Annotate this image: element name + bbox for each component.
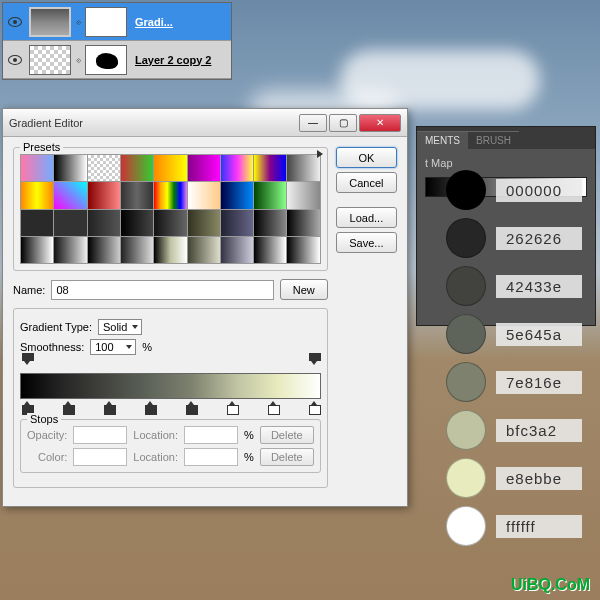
- cancel-button[interactable]: Cancel: [336, 172, 397, 193]
- preset-swatch[interactable]: [88, 237, 120, 263]
- preset-swatch[interactable]: [154, 237, 186, 263]
- hex-label: 262626: [496, 227, 582, 250]
- gradient-bar[interactable]: [20, 373, 321, 399]
- tab-adjustments[interactable]: MENTS: [417, 131, 468, 149]
- presets-fieldset: Presets: [13, 147, 328, 271]
- color-stop[interactable]: [22, 401, 32, 413]
- delete-color-stop-button[interactable]: Delete: [260, 448, 314, 466]
- preset-swatch[interactable]: [121, 237, 153, 263]
- smoothness-input[interactable]: 100: [90, 339, 136, 355]
- color-stop[interactable]: [63, 401, 73, 413]
- color-swatch: [446, 314, 486, 354]
- color-item: 7e816e: [446, 362, 582, 402]
- color-item: 5e645a: [446, 314, 582, 354]
- opacity-stop[interactable]: [309, 355, 319, 365]
- color-item: ffffff: [446, 506, 582, 546]
- color-input[interactable]: [73, 448, 127, 466]
- layer-thumbnail[interactable]: [29, 7, 71, 37]
- percent-label: %: [244, 429, 254, 441]
- color-stop[interactable]: [227, 401, 237, 413]
- layer-name[interactable]: Gradi...: [135, 16, 173, 28]
- gradient-type-select[interactable]: Solid: [98, 319, 142, 335]
- preset-swatch[interactable]: [254, 182, 286, 208]
- color-label: Color:: [27, 451, 67, 463]
- preset-swatch[interactable]: [254, 155, 286, 181]
- preset-swatch[interactable]: [188, 210, 220, 236]
- preset-swatch[interactable]: [21, 237, 53, 263]
- preset-swatch[interactable]: [188, 237, 220, 263]
- preset-swatch[interactable]: [287, 210, 319, 236]
- preset-swatch[interactable]: [54, 210, 86, 236]
- preset-swatch[interactable]: [21, 182, 53, 208]
- layer-thumbnail[interactable]: [29, 45, 71, 75]
- layer-mask-thumbnail[interactable]: [85, 45, 127, 75]
- preset-swatch[interactable]: [221, 182, 253, 208]
- window-titlebar[interactable]: Gradient Editor — ▢ ✕: [3, 109, 407, 137]
- preset-swatch[interactable]: [287, 237, 319, 263]
- preset-swatch[interactable]: [54, 237, 86, 263]
- preset-swatch[interactable]: [88, 210, 120, 236]
- preset-swatch[interactable]: [221, 155, 253, 181]
- preset-swatch[interactable]: [188, 155, 220, 181]
- color-stop[interactable]: [309, 401, 319, 413]
- preset-swatch[interactable]: [254, 210, 286, 236]
- stops-label: Stops: [27, 413, 61, 425]
- load-button[interactable]: Load...: [336, 207, 397, 228]
- preset-swatch[interactable]: [221, 210, 253, 236]
- opacity-label: Opacity:: [27, 429, 67, 441]
- color-stop[interactable]: [104, 401, 114, 413]
- new-button[interactable]: New: [280, 279, 328, 300]
- color-swatch: [446, 506, 486, 546]
- preset-swatch[interactable]: [287, 155, 319, 181]
- hex-label: 42433e: [496, 275, 582, 298]
- hex-label: e8ebbe: [496, 467, 582, 490]
- name-input[interactable]: [51, 280, 273, 300]
- layer-row-gradient-map[interactable]: ⟐ Gradi...: [3, 3, 231, 41]
- window-title: Gradient Editor: [9, 117, 297, 129]
- preset-swatch[interactable]: [254, 237, 286, 263]
- opacity-stop[interactable]: [22, 355, 32, 365]
- preset-swatch[interactable]: [21, 210, 53, 236]
- preset-swatch[interactable]: [154, 155, 186, 181]
- preset-swatch[interactable]: [54, 182, 86, 208]
- ok-button[interactable]: OK: [336, 147, 397, 168]
- preset-swatch[interactable]: [88, 182, 120, 208]
- color-swatch: [446, 458, 486, 498]
- color-stop[interactable]: [268, 401, 278, 413]
- color-stop[interactable]: [145, 401, 155, 413]
- color-stop[interactable]: [186, 401, 196, 413]
- tab-brush[interactable]: BRUSH: [468, 131, 519, 149]
- preset-swatch[interactable]: [154, 210, 186, 236]
- preset-swatch[interactable]: [54, 155, 86, 181]
- preset-swatch[interactable]: [88, 155, 120, 181]
- layer-row-copy[interactable]: ⟐ Layer 2 copy 2: [3, 41, 231, 79]
- percent-label: %: [244, 451, 254, 463]
- visibility-icon[interactable]: [8, 17, 22, 27]
- preset-swatch[interactable]: [154, 182, 186, 208]
- maximize-button[interactable]: ▢: [329, 114, 357, 132]
- preset-swatch[interactable]: [21, 155, 53, 181]
- color-item: 000000: [446, 170, 582, 210]
- minimize-button[interactable]: —: [299, 114, 327, 132]
- adjustment-heading: t Map: [425, 157, 587, 169]
- visibility-icon[interactable]: [8, 55, 22, 65]
- layer-name[interactable]: Layer 2 copy 2: [135, 54, 211, 66]
- preset-swatch[interactable]: [121, 155, 153, 181]
- close-button[interactable]: ✕: [359, 114, 401, 132]
- color-swatch-list: 00000026262642433e5e645a7e816ebfc3a2e8eb…: [446, 170, 582, 546]
- location-input[interactable]: [184, 448, 238, 466]
- hex-label: bfc3a2: [496, 419, 582, 442]
- preset-swatch[interactable]: [121, 210, 153, 236]
- delete-opacity-stop-button[interactable]: Delete: [260, 426, 314, 444]
- preset-swatch[interactable]: [287, 182, 319, 208]
- location-input[interactable]: [184, 426, 238, 444]
- preset-swatch[interactable]: [188, 182, 220, 208]
- layer-mask-thumbnail[interactable]: [85, 7, 127, 37]
- opacity-input[interactable]: [73, 426, 127, 444]
- save-button[interactable]: Save...: [336, 232, 397, 253]
- preset-swatch[interactable]: [121, 182, 153, 208]
- flyout-menu-icon[interactable]: [317, 150, 323, 158]
- link-icon: ⟐: [73, 55, 83, 65]
- preset-swatch[interactable]: [221, 237, 253, 263]
- gradient-editor-window: Gradient Editor — ▢ ✕ Presets Name: New …: [2, 108, 408, 507]
